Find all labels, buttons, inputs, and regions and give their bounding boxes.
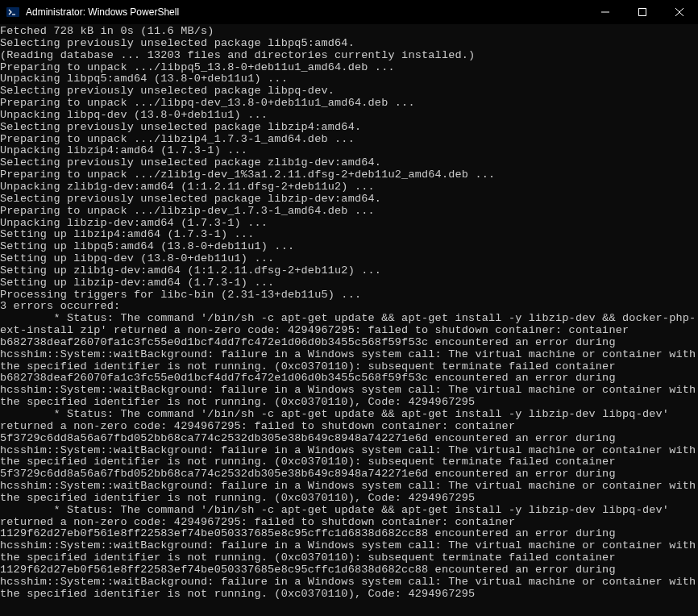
- terminal-line: Fetched 728 kB in 0s (11.6 MB/s): [0, 26, 698, 38]
- terminal-line: * Status: The command '/bin/sh -c apt-ge…: [0, 409, 698, 505]
- svg-rect-0: [6, 7, 19, 17]
- terminal-line: Unpacking libzip-dev:amd64 (1.7.3-1) ...: [0, 218, 698, 230]
- minimize-button[interactable]: [587, 0, 624, 24]
- terminal-line: Setting up zlib1g-dev:amd64 (1:1.2.11.df…: [0, 265, 698, 277]
- terminal-line: 3 errors occurred:: [0, 301, 698, 313]
- terminal-line: Selecting previously unselected package …: [0, 194, 698, 206]
- window-titlebar: Administrator: Windows PowerShell: [0, 0, 698, 24]
- terminal-line: Selecting previously unselected package …: [0, 38, 698, 50]
- terminal-line: Preparing to unpack .../libpq5_13.8-0+de…: [0, 62, 698, 74]
- terminal-line: Setting up libpq-dev (13.8-0+deb11u1) ..…: [0, 253, 698, 265]
- terminal-line: Unpacking libzip4:amd64 (1.7.3-1) ...: [0, 145, 698, 157]
- maximize-button[interactable]: [624, 0, 661, 24]
- terminal-line: Preparing to unpack .../libzip4_1.7.3-1_…: [0, 134, 698, 146]
- titlebar-left: Administrator: Windows PowerShell: [6, 6, 179, 19]
- terminal-line: Selecting previously unselected package …: [0, 157, 698, 169]
- terminal-line: Selecting previously unselected package …: [0, 122, 698, 134]
- window-controls: [587, 0, 698, 24]
- terminal-line: Unpacking zlib1g-dev:amd64 (1:1.2.11.dfs…: [0, 181, 698, 194]
- terminal-line: * Status: The command '/bin/sh -c apt-ge…: [0, 505, 698, 601]
- terminal-line: Preparing to unpack .../libpq-dev_13.8-0…: [0, 98, 698, 110]
- terminal-line: Setting up libzip4:amd64 (1.7.3-1) ...: [0, 229, 698, 241]
- powershell-icon: [6, 6, 19, 19]
- terminal-line: Selecting previously unselected package …: [0, 85, 698, 98]
- terminal-line: Processing triggers for libc-bin (2.31-1…: [0, 289, 698, 302]
- terminal-line: Preparing to unpack .../libzip-dev_1.7.3…: [0, 206, 698, 218]
- terminal-line: Setting up libpq5:amd64 (13.8-0+deb11u1)…: [0, 241, 698, 253]
- close-button[interactable]: [661, 0, 698, 24]
- terminal-line: * Status: The command '/bin/sh -c apt-ge…: [0, 313, 698, 409]
- terminal-line: Setting up libzip-dev:amd64 (1.7.3-1) ..…: [0, 277, 698, 289]
- terminal-line: Unpacking libpq5:amd64 (13.8-0+deb11u1) …: [0, 73, 698, 85]
- terminal-line: (Reading database ... 13203 files and di…: [0, 50, 698, 62]
- terminal-line: Preparing to unpack .../zlib1g-dev_1%3a1…: [0, 169, 698, 181]
- window-title: Administrator: Windows PowerShell: [26, 6, 179, 18]
- terminal-output[interactable]: Fetched 728 kB in 0s (11.6 MB/s)Selectin…: [0, 24, 698, 601]
- svg-rect-3: [639, 9, 646, 16]
- terminal-line: Unpacking libpq-dev (13.8-0+deb11u1) ...: [0, 110, 698, 122]
